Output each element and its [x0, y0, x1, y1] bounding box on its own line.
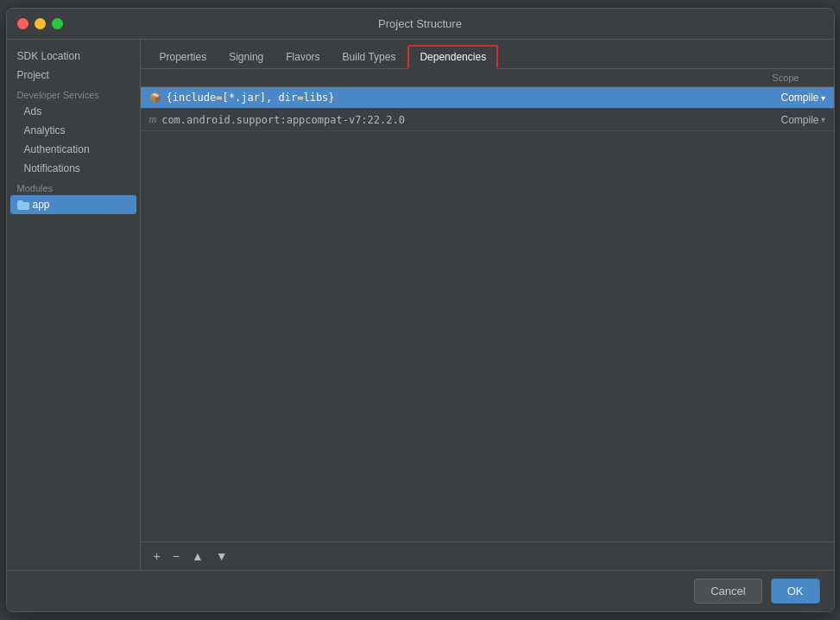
move-up-button[interactable]: ▲: [187, 547, 208, 565]
add-dependency-button[interactable]: +: [149, 547, 165, 565]
sidebar-item-analytics[interactable]: Analytics: [7, 121, 140, 140]
sidebar-item-app[interactable]: app: [10, 195, 136, 214]
jar-icon: 📦: [149, 92, 161, 104]
maximize-button[interactable]: [52, 18, 63, 29]
move-down-button[interactable]: ▼: [212, 547, 232, 565]
row-dependency-text: com.android.support:appcompat-v7:22.2.0: [161, 114, 780, 126]
sidebar-item-ads[interactable]: Ads: [7, 102, 140, 121]
tabs-bar: Properties Signing Flavors Build Types D…: [141, 40, 834, 69]
row-scope: Compile ▾: [780, 92, 824, 104]
table-area: Scope 📦 {include=[*.jar], dir=libs} Comp…: [141, 69, 834, 541]
table-row[interactable]: m com.android.support:appcompat-v7:22.2.…: [141, 109, 834, 131]
bottom-toolbar: + − ▲ ▼: [141, 541, 834, 570]
tab-properties[interactable]: Properties: [149, 47, 218, 67]
right-panel: Properties Signing Flavors Build Types D…: [141, 40, 834, 570]
tab-signing[interactable]: Signing: [218, 47, 274, 67]
row-dependency-text: {include=[*.jar], dir=libs}: [167, 92, 781, 104]
tab-flavors[interactable]: Flavors: [275, 47, 330, 67]
scope-value: Compile: [780, 92, 818, 104]
scope-dropdown-arrow[interactable]: ▾: [821, 93, 825, 103]
remove-dependency-button[interactable]: −: [168, 547, 184, 565]
sidebar-item-app-label: app: [33, 199, 50, 211]
scope-header: Scope: [772, 73, 824, 83]
window-title: Project Structure: [378, 17, 462, 30]
sidebar: SDK Location Project Developer Services …: [7, 40, 141, 570]
minimize-button[interactable]: [35, 18, 46, 29]
titlebar: Project Structure: [7, 9, 834, 40]
module-icon: m: [149, 113, 157, 126]
sidebar-section-modules: Modules: [7, 178, 140, 195]
sidebar-item-notifications[interactable]: Notifications: [7, 159, 140, 178]
folder-icon: [17, 200, 29, 210]
ok-button[interactable]: OK: [771, 579, 820, 604]
tab-dependencies[interactable]: Dependencies: [407, 45, 498, 69]
project-structure-window: Project Structure SDK Location Project D…: [6, 8, 835, 612]
table-header: Scope: [141, 69, 834, 87]
scope-dropdown-arrow[interactable]: ▾: [821, 115, 825, 124]
table-row[interactable]: 📦 {include=[*.jar], dir=libs} Compile ▾: [141, 87, 834, 109]
scope-value: Compile: [780, 114, 818, 126]
sidebar-section-developer-services: Developer Services: [7, 85, 140, 102]
row-scope: Compile ▾: [780, 114, 824, 126]
tab-build-types[interactable]: Build Types: [332, 47, 407, 67]
footer: Cancel OK: [7, 570, 834, 611]
titlebar-buttons: [17, 18, 63, 29]
close-button[interactable]: [17, 18, 28, 29]
sidebar-item-sdk-location[interactable]: SDK Location: [7, 47, 140, 66]
main-content: SDK Location Project Developer Services …: [7, 40, 834, 570]
sidebar-item-authentication[interactable]: Authentication: [7, 140, 140, 159]
sidebar-item-project[interactable]: Project: [7, 66, 140, 85]
cancel-button[interactable]: Cancel: [694, 579, 761, 604]
